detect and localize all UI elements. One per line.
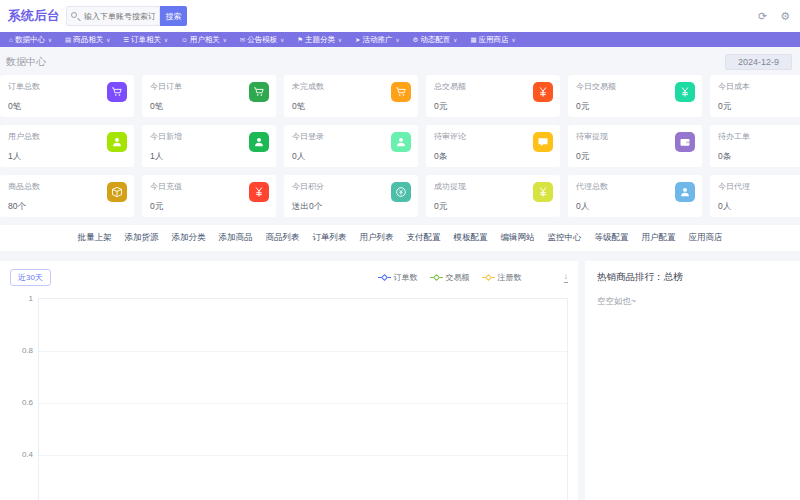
search-input[interactable] xyxy=(66,6,160,26)
nav-item[interactable]: ▤ 商品相关 ∨ xyxy=(61,35,119,45)
nav-item-label: 应用商店 xyxy=(479,35,509,45)
y-axis-label: 0.4 xyxy=(22,450,33,459)
yen-icon xyxy=(533,182,553,202)
ranking-title: 热销商品排行：总榜 xyxy=(597,271,788,284)
chevron-down-icon: ∨ xyxy=(453,37,457,43)
legend-label: 交易额 xyxy=(446,272,470,283)
appstore-icon: ▦ xyxy=(470,36,476,44)
legend-item[interactable]: 注册数 xyxy=(482,272,522,283)
stat-card: 今日交易额 0元 xyxy=(568,75,702,117)
nav-item[interactable]: ⚑ 主题分类 ∨ xyxy=(293,35,351,45)
settings-icon: ⚙ xyxy=(413,36,419,44)
stat-card: 订单总数 0笔 xyxy=(0,75,134,117)
nav-item-label: 用户相关 xyxy=(190,35,220,45)
nav-item-label: 主题分类 xyxy=(305,35,335,45)
stat-card: 今日订单 0笔 xyxy=(142,75,276,117)
nav-item[interactable]: ▦ 应用商店 ∨ xyxy=(466,35,524,45)
stat-card: 今日代理 0人 xyxy=(710,175,800,217)
yen-icon xyxy=(533,82,553,102)
user-icon xyxy=(675,182,695,202)
section-row: 数据中心 2024-12-9 xyxy=(6,54,792,70)
search-button[interactable]: 搜索 xyxy=(160,6,187,26)
nav-item[interactable]: ☰ 订单相关 ∨ xyxy=(119,35,177,45)
quick-links-band: 批量上架 添加货源 添加分类 添加商品 商品列表 订单列表 用户列表 支付配置 … xyxy=(0,225,800,251)
gear-icon[interactable]: ⚙ xyxy=(780,11,790,22)
chevron-down-icon: ∨ xyxy=(164,37,168,43)
chart-legend: 订单数 交易额 注册数 xyxy=(378,272,522,283)
quick-link[interactable]: 模板配置 xyxy=(454,232,488,244)
header-icons: ⟳⚙ xyxy=(758,11,790,22)
legend-item[interactable]: 交易额 xyxy=(430,272,470,283)
quick-link[interactable]: 商品列表 xyxy=(266,232,300,244)
nav-item[interactable]: ⚙ 动态配置 ∨ xyxy=(409,35,467,45)
yen-icon xyxy=(249,182,269,202)
quick-link[interactable]: 添加货源 xyxy=(125,232,159,244)
stat-card: 今日积分 送出0个 xyxy=(284,175,418,217)
user-icon xyxy=(391,132,411,152)
orders-icon: ☰ xyxy=(123,36,129,44)
nav-item-label: 订单相关 xyxy=(131,35,161,45)
quick-link[interactable]: 批量上架 xyxy=(78,232,112,244)
cart-icon xyxy=(391,82,411,102)
cart-icon xyxy=(107,82,127,102)
header: 系统后台 搜索 ⟳⚙ xyxy=(0,0,800,32)
user-icon xyxy=(107,132,127,152)
stat-value: 0条 xyxy=(718,151,800,163)
quick-link[interactable]: 订单列表 xyxy=(313,232,347,244)
stat-card: 总交易额 0元 xyxy=(426,75,560,117)
nav-item[interactable]: ✉ 公告模板 ∨ xyxy=(236,35,293,45)
box-icon xyxy=(107,182,127,202)
nav-item-label: 公告模板 xyxy=(247,35,277,45)
refresh-icon[interactable]: ⟳ xyxy=(758,11,767,22)
stat-value: 0人 xyxy=(718,201,800,213)
quick-link[interactable]: 用户列表 xyxy=(360,232,394,244)
quick-link[interactable]: 支付配置 xyxy=(407,232,441,244)
stat-value: 0元 xyxy=(576,101,694,113)
legend-item[interactable]: 订单数 xyxy=(378,272,418,283)
quick-link[interactable]: 编辑网站 xyxy=(501,232,535,244)
stat-card: 待办工单 0条 xyxy=(710,125,800,167)
nav-item[interactable]: ☺ 用户相关 ∨ xyxy=(177,35,236,45)
nav-item[interactable]: ➤ 活动推广 ∨ xyxy=(351,35,408,45)
stat-cards-grid: 订单总数 0笔 今日订单 0笔 未完成数 0笔 总交易额 0元 今日交易额 0元… xyxy=(0,75,800,217)
stat-label: 待办工单 xyxy=(718,131,800,142)
yen-icon xyxy=(675,82,695,102)
y-axis-label: 0.6 xyxy=(22,398,33,407)
goods-icon: ▤ xyxy=(65,36,71,44)
date-badge: 2024-12-9 xyxy=(725,54,792,70)
dashboard-icon: ⌂ xyxy=(9,36,13,43)
search-icon xyxy=(71,12,77,18)
quick-link[interactable]: 监控中心 xyxy=(548,232,582,244)
stat-card: 未完成数 0笔 xyxy=(284,75,418,117)
nav-item[interactable]: ⌂ 数据中心 ∨ xyxy=(5,35,61,45)
stat-value: 0笔 xyxy=(150,101,268,113)
stat-value: 80个 xyxy=(8,201,126,213)
chevron-down-icon: ∨ xyxy=(512,37,516,43)
quick-link[interactable]: 等级配置 xyxy=(595,232,629,244)
navbar: ⌂ 数据中心 ∨ ▤ 商品相关 ∨ ☰ 订单相关 ∨ ☺ 用户相关 ∨ ✉ 公告… xyxy=(0,32,800,47)
stat-label: 今日成本 xyxy=(718,81,800,92)
legend-label: 订单数 xyxy=(394,272,418,283)
gridline xyxy=(39,455,567,456)
chart-panel: 近30天 订单数 交易额 注册数 ↓ 10.80.60.40.2 xyxy=(0,261,578,500)
plot-wrap: 10.80.60.40.2 xyxy=(10,298,568,500)
stat-card: 用户总数 1人 xyxy=(0,125,134,167)
quick-link[interactable]: 添加分类 xyxy=(172,232,206,244)
y-axis: 10.80.60.40.2 xyxy=(10,298,38,500)
plot-area xyxy=(38,298,568,500)
stat-value: 0元 xyxy=(150,201,268,213)
quick-link[interactable]: 应用商店 xyxy=(689,232,723,244)
stat-value: 0条 xyxy=(434,151,552,163)
quick-link[interactable]: 用户配置 xyxy=(642,232,676,244)
chevron-down-icon: ∨ xyxy=(223,37,227,43)
range-tab-30days[interactable]: 近30天 xyxy=(10,269,51,286)
download-icon[interactable]: ↓ xyxy=(564,272,569,283)
chart-panel-head: 近30天 订单数 交易额 注册数 ↓ xyxy=(10,269,568,286)
chevron-down-icon: ∨ xyxy=(48,37,52,43)
stat-card: 成功提现 0元 xyxy=(426,175,560,217)
ranking-panel: 热销商品排行：总榜 空空如也~ xyxy=(585,261,800,500)
quick-link[interactable]: 添加商品 xyxy=(219,232,253,244)
gridline xyxy=(39,351,567,352)
stat-card: 今日新增 1人 xyxy=(142,125,276,167)
chevron-down-icon: ∨ xyxy=(338,37,342,43)
